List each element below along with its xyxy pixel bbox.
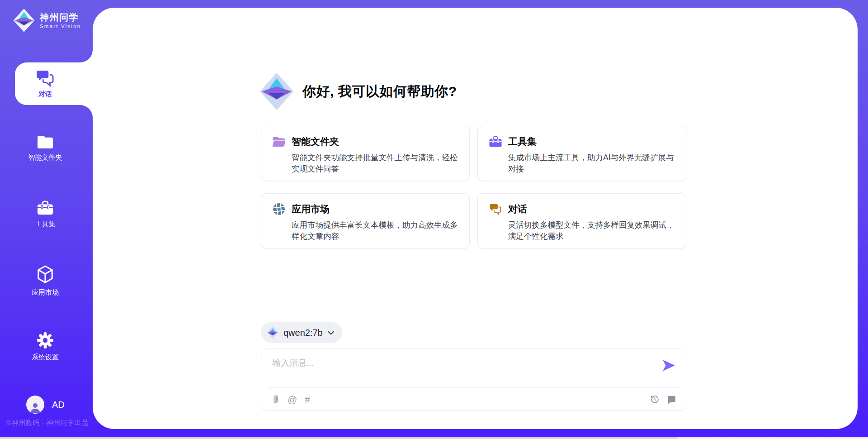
send-button[interactable] (662, 360, 677, 372)
cube-icon (37, 265, 54, 284)
toolbox-icon (489, 135, 502, 148)
card-app-market[interactable]: 应用市场 应用市场提供丰富长文本模板，助力高效生成多样化文章内容 (261, 193, 470, 248)
toolbar-right (650, 395, 676, 404)
card-title: 对话 (508, 203, 527, 215)
sidebar-item-label: 智能文件夹 (28, 153, 62, 162)
chat-bubble-icon (667, 395, 676, 404)
sidebar-item-toolset[interactable]: 工具集 (0, 200, 90, 229)
sidebar-item-app-market[interactable]: 应用市场 (0, 265, 90, 297)
user-profile[interactable]: AD (26, 396, 65, 414)
person-icon (29, 401, 42, 414)
sidebar-item-chat[interactable]: 对话 (15, 62, 93, 105)
at-icon: @ (288, 395, 297, 404)
card-title: 工具集 (508, 135, 537, 148)
brand-subtitle: Smart Vision (40, 24, 81, 29)
brand-name: 神州问学 (40, 12, 81, 22)
main-panel: 你好, 我可以如何帮助你? 智能文件夹 智能文件夹功能支持批量文件上传与清洗，轻… (93, 8, 858, 429)
paperclip-icon (271, 394, 280, 405)
app-logo-icon (259, 72, 294, 111)
quick-cards: 智能文件夹 智能文件夹功能支持批量文件上传与清洗，轻松实现文件问答 (261, 126, 686, 248)
attach-file-button[interactable] (271, 394, 280, 405)
sidebar-item-label: 对话 (38, 90, 52, 99)
model-selector[interactable]: qwen2:7b (261, 322, 342, 343)
toolbox-icon (37, 200, 54, 216)
sidebar-item-label: 工具集 (35, 220, 56, 229)
card-description: 灵活切换多模型文件，支持多样回复效果调试，满足个性化需求 (508, 220, 675, 243)
card-title: 应用市场 (292, 203, 330, 215)
sidebar-item-label: 系统设置 (32, 353, 59, 362)
gear-icon (37, 332, 54, 349)
chat-mode-button[interactable] (667, 395, 676, 404)
card-smart-folder[interactable]: 智能文件夹 智能文件夹功能支持批量文件上传与清洗，轻松实现文件问答 (261, 126, 470, 181)
card-toolset[interactable]: 工具集 集成市场上主流工具，助力AI与外界无缝扩展与对接 (477, 126, 686, 181)
chevron-down-icon (328, 331, 334, 335)
chat-icon (489, 202, 502, 216)
brand: 神州问学 Smart Vision (13, 8, 81, 33)
folder-open-icon (272, 135, 286, 148)
card-head: 对话 (489, 202, 675, 216)
card-head: 工具集 (489, 135, 675, 148)
card-head: 智能文件夹 (272, 135, 458, 148)
composer: @ # (261, 348, 686, 411)
sidebar-footer: ©神州数码 · 神州问学出品 (6, 419, 88, 427)
avatar (26, 396, 44, 414)
model-logo-icon (267, 326, 278, 339)
active-tab-fillet-top (80, 50, 93, 62)
sidebar-item-settings[interactable]: 系统设置 (0, 332, 90, 362)
folder-icon (37, 135, 54, 149)
brand-logo-icon (13, 8, 35, 33)
card-description: 应用市场提供丰富长文本模板，助力高效生成多样化文章内容 (292, 220, 458, 243)
greeting: 你好, 我可以如何帮助你? (259, 72, 457, 111)
card-title: 智能文件夹 (292, 135, 339, 148)
user-name: AD (52, 400, 65, 410)
hash-icon: # (305, 395, 310, 404)
send-icon (662, 360, 675, 371)
mention-button[interactable]: @ (288, 395, 297, 404)
greeting-title: 你好, 我可以如何帮助你? (302, 82, 457, 101)
sidebar: 神州问学 Smart Vision 对话 智能文件夹 工具集 应用市场 (0, 0, 93, 439)
card-description: 集成市场上主流工具，助力AI与外界无缝扩展与对接 (508, 152, 675, 175)
scrollbar-thumb[interactable] (0, 437, 678, 439)
message-input[interactable] (271, 356, 646, 382)
card-chat[interactable]: 对话 灵活切换多模型文件，支持多样回复效果调试，满足个性化需求 (477, 193, 686, 248)
history-icon (650, 395, 660, 404)
horizontal-scrollbar[interactable] (0, 437, 868, 439)
card-description: 智能文件夹功能支持批量文件上传与清洗，轻松实现文件问答 (292, 152, 458, 175)
grid-icon (272, 202, 286, 216)
sidebar-item-smart-folder[interactable]: 智能文件夹 (0, 135, 90, 162)
content-column: 你好, 我可以如何帮助你? 智能文件夹 智能文件夹功能支持批量文件上传与清洗，轻… (261, 8, 686, 429)
card-head: 应用市场 (272, 202, 458, 216)
history-button[interactable] (650, 395, 660, 404)
active-tab-fillet-bottom (80, 105, 93, 118)
hashtag-button[interactable]: # (305, 395, 310, 404)
chat-icon (35, 69, 55, 87)
sidebar-item-label: 应用市场 (32, 288, 59, 297)
model-name: qwen2:7b (283, 328, 323, 338)
composer-toolbar: @ # (271, 388, 676, 411)
